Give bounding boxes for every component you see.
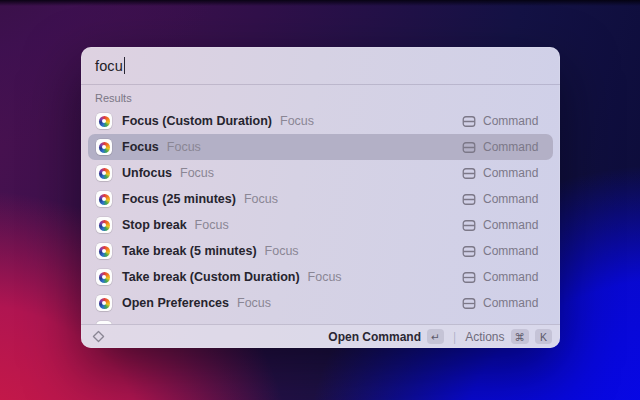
list-item-subtitle: Focus: [180, 166, 214, 180]
list-item-type-label: Command: [483, 218, 545, 232]
list-item-subtitle: Focus: [265, 244, 299, 258]
launcher-window: focu Results Focus (Custom Duration) Foc…: [81, 47, 560, 348]
list-item-title: Focus: [122, 140, 159, 154]
list-item-subtitle: Focus: [237, 296, 271, 310]
action-bar: Open Command ↵ | Actions ⌘ K: [81, 324, 560, 348]
command-icon: [462, 219, 476, 232]
list-item-subtitle: Focus: [244, 192, 278, 206]
actions-button[interactable]: Actions: [465, 330, 504, 344]
list-item-subtitle: Focus: [195, 218, 229, 232]
focus-app-icon: [96, 165, 112, 181]
list-item[interactable]: Take break (Custom Duration) Focus Comma…: [88, 264, 553, 290]
command-key-icon: ⌘: [511, 329, 530, 344]
command-icon: [462, 115, 476, 128]
focus-app-icon: [96, 295, 112, 311]
focus-app-icon: [96, 243, 112, 259]
list-item-type-label: Command: [483, 244, 545, 258]
list-item[interactable]: Focus (Custom Duration) Focus Command: [88, 108, 553, 134]
list-item-type-label: Command: [483, 166, 545, 180]
list-item-subtitle: Focus: [308, 270, 342, 284]
list-item-subtitle: Focus: [280, 114, 314, 128]
list-item[interactable]: Focus Focus Command: [88, 134, 553, 160]
footer-divider: |: [453, 330, 456, 344]
open-command-button[interactable]: Open Command: [328, 330, 421, 344]
list-item[interactable]: Focus (25 minutes) Focus Command: [88, 186, 553, 212]
search-input[interactable]: focu: [81, 47, 560, 85]
list-item-title: Unfocus: [122, 166, 172, 180]
list-item-title: Take break (5 minutes): [122, 244, 257, 258]
list-item-subtitle: Focus: [167, 140, 201, 154]
focus-app-icon: [96, 139, 112, 155]
list-item-type-label: Command: [483, 140, 545, 154]
focus-app-icon: [96, 113, 112, 129]
list-item-type-label: Command: [483, 270, 545, 284]
list-item-title: Focus (Custom Duration): [122, 114, 272, 128]
focus-app-icon: [96, 269, 112, 285]
list-item[interactable]: Open Preferences Focus Command: [88, 290, 553, 316]
list-item[interactable]: Focus Application: [88, 316, 553, 324]
focus-app-icon: [96, 217, 112, 233]
list-item-type-label: Command: [483, 192, 545, 206]
raycast-logo-icon: [91, 329, 106, 344]
list-item-type-label: Command: [483, 114, 545, 128]
command-icon: [462, 297, 476, 310]
command-icon: [462, 245, 476, 258]
command-icon: [462, 193, 476, 206]
results-list: Focus (Custom Duration) Focus Command Fo…: [81, 108, 560, 324]
text-caret: [124, 57, 126, 74]
command-icon: [462, 167, 476, 180]
list-item-title: Take break (Custom Duration): [122, 270, 300, 284]
list-item[interactable]: Stop break Focus Command: [88, 212, 553, 238]
list-item-type-label: Command: [483, 296, 545, 310]
list-item-title: Open Preferences: [122, 296, 229, 310]
search-input-value: focu: [95, 58, 123, 74]
list-item-title: Stop break: [122, 218, 187, 232]
command-icon: [462, 271, 476, 284]
k-key-icon: K: [535, 329, 552, 344]
focus-app-icon: [96, 191, 112, 207]
list-item[interactable]: Unfocus Focus Command: [88, 160, 553, 186]
list-item-title: Focus (25 minutes): [122, 192, 236, 206]
command-icon: [462, 141, 476, 154]
list-item[interactable]: Take break (5 minutes) Focus Command: [88, 238, 553, 264]
results-section-header: Results: [81, 85, 560, 108]
return-key-icon: ↵: [427, 329, 444, 344]
